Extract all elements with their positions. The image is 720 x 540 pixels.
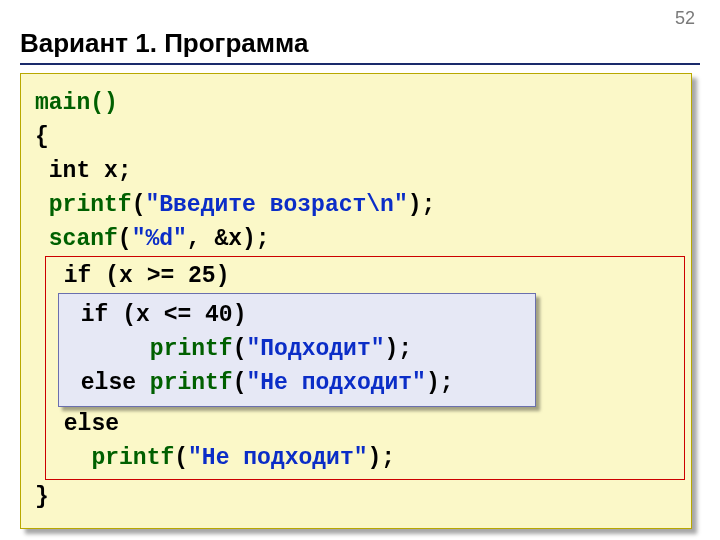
code-keyword: else [64,411,119,437]
code-keyword: else [81,370,136,396]
code-text: } [35,484,49,510]
code-keyword: int [49,158,90,184]
code-text: ( [233,336,247,362]
title-divider [20,63,700,65]
code-block: main() { int x; printf("Введите возраст\… [20,73,692,529]
code-fn: printf [150,336,233,362]
code-text: (x <= 40) [108,302,246,328]
code-text [67,302,81,328]
code-text: ( [118,226,132,252]
code-text: { [35,124,49,150]
code-text [50,263,64,289]
code-string: "Не подходит" [246,370,425,396]
code-fn: printf [150,370,233,396]
code-string: "Не подходит" [188,445,367,471]
code-text: , &x); [187,226,270,252]
code-fn: printf [49,192,132,218]
code-text [67,336,150,362]
code-text [67,370,81,396]
code-string: "%d" [132,226,187,252]
code-text: ); [408,192,436,218]
code-text: ); [426,370,454,396]
code-text: ( [233,370,247,396]
code-text [35,226,49,252]
code-fn: printf [91,445,174,471]
code-text: ( [174,445,188,471]
code-text [136,370,150,396]
code-text [35,192,49,218]
code-text [50,445,91,471]
code-text: (x >= 25) [91,263,229,289]
code-keyword: if [81,302,109,328]
code-fn: scanf [49,226,118,252]
code-text: x; [90,158,131,184]
code-text: ); [368,445,396,471]
slide-title: Вариант 1. Программа [20,28,700,59]
code-text [35,158,49,184]
code-keyword: if [64,263,92,289]
code-text: ); [385,336,413,362]
code-string: "Подходит" [246,336,384,362]
code-text [50,411,64,437]
code-text: ( [132,192,146,218]
code-string: "Введите возраст\n" [145,192,407,218]
highlight-box-inner: if (x <= 40) printf("Подходит"); else pr… [58,293,536,407]
highlight-box-outer: if (x >= 25) if (x <= 40) printf("Подход… [45,256,685,480]
page-number: 52 [675,8,695,29]
code-text: main() [35,90,118,116]
